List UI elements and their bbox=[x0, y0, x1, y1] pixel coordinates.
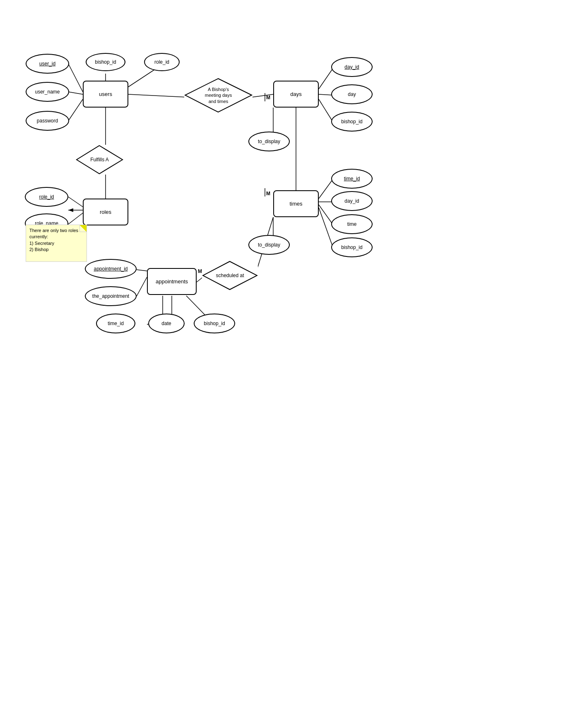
rel-fulfills: Fulfills A bbox=[76, 145, 123, 175]
rel-scheduled: scheduled at bbox=[202, 261, 258, 290]
svg-line-2 bbox=[68, 99, 83, 121]
diagram-lines: M M M bbox=[0, 0, 563, 728]
attr-to-display-days: to_display bbox=[248, 132, 290, 151]
svg-line-16 bbox=[319, 208, 333, 248]
attr-to-display-times: to_display bbox=[248, 235, 290, 255]
attr-appointment-id: appointment_id bbox=[85, 259, 137, 279]
attr-user-name: user_name bbox=[26, 82, 69, 102]
svg-text:M: M bbox=[198, 268, 202, 274]
svg-line-24 bbox=[137, 277, 147, 296]
attr-the-appointment: the_appointment bbox=[85, 286, 137, 306]
svg-line-7 bbox=[319, 68, 333, 89]
attr-day-id: day_id bbox=[331, 57, 373, 77]
svg-text:M: M bbox=[266, 191, 270, 196]
attr-date: date bbox=[148, 314, 185, 333]
attr-role-id: role_id bbox=[25, 187, 68, 207]
entity-days: days bbox=[273, 81, 319, 108]
entity-times: times bbox=[273, 190, 319, 217]
sticky-note-roles: There are only two roles currently:1) Se… bbox=[26, 225, 87, 262]
attr-time-id: time_id bbox=[331, 169, 373, 189]
svg-line-6 bbox=[252, 94, 273, 97]
svg-line-5 bbox=[128, 94, 188, 97]
svg-line-1 bbox=[68, 92, 83, 94]
svg-line-13 bbox=[319, 179, 333, 199]
rel-meeting: A Bishop'smeeting daysand times bbox=[184, 78, 253, 113]
svg-line-23 bbox=[137, 270, 147, 271]
svg-line-21 bbox=[68, 197, 83, 207]
svg-line-9 bbox=[319, 99, 333, 122]
svg-line-22 bbox=[68, 213, 83, 224]
diagram-container: M M M users roles days times appointment… bbox=[0, 0, 563, 728]
svg-text:M: M bbox=[266, 95, 270, 101]
entity-users: users bbox=[83, 81, 128, 108]
attr-day-id-times: day_id bbox=[331, 191, 373, 211]
attr-time: time bbox=[331, 214, 373, 234]
attr-bishop-id-times: bishop_id bbox=[331, 237, 373, 257]
entity-appointments: appointments bbox=[147, 268, 197, 295]
attr-day: day bbox=[331, 84, 373, 104]
attr-bishop-id-appt: bishop_id bbox=[194, 314, 235, 333]
attr-user-id: user_id bbox=[26, 54, 69, 74]
attr-bishop-id-days: bishop_id bbox=[331, 112, 373, 132]
attr-bishop-id-users: bishop_id bbox=[86, 53, 125, 71]
attr-password: password bbox=[26, 111, 69, 131]
svg-line-15 bbox=[319, 205, 333, 225]
svg-line-0 bbox=[68, 64, 83, 92]
attr-time-id-appt: time_id bbox=[96, 314, 135, 333]
attr-role-id-users: role_id bbox=[144, 53, 180, 71]
entity-roles: roles bbox=[83, 199, 128, 225]
